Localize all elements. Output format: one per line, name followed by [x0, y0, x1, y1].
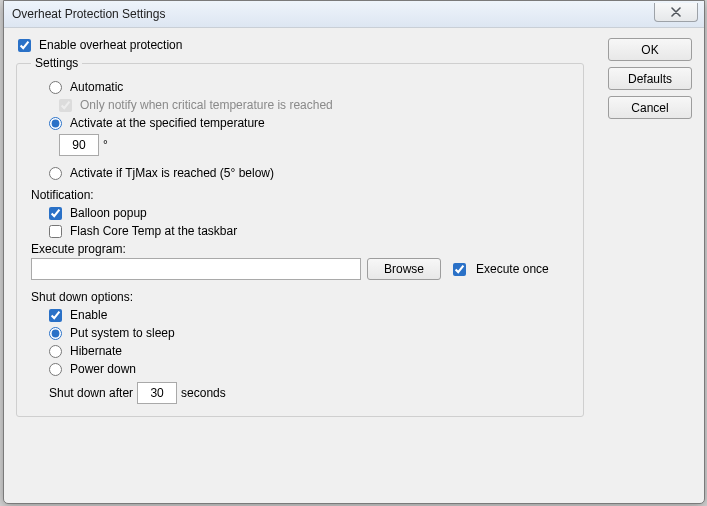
execute-path-input[interactable]: [31, 258, 361, 280]
sleep-row: Put system to sleep: [31, 326, 573, 340]
settings-legend: Settings: [31, 56, 82, 70]
only-notify-label: Only notify when critical temperature is…: [80, 98, 333, 112]
at-temp-row: Activate at the specified temperature: [31, 116, 573, 130]
client-area: OK Defaults Cancel Enable overheat prote…: [4, 28, 704, 503]
enable-label: Enable overheat protection: [39, 38, 182, 52]
powerdown-radio[interactable]: [49, 363, 62, 376]
powerdown-label: Power down: [70, 362, 136, 376]
only-notify-row: Only notify when critical temperature is…: [31, 98, 573, 112]
defaults-button[interactable]: Defaults: [608, 67, 692, 90]
degree-symbol: °: [103, 138, 108, 152]
shutdown-enable-label: Enable: [70, 308, 107, 322]
temperature-input-row: °: [31, 134, 573, 156]
automatic-label: Automatic: [70, 80, 123, 94]
automatic-radio[interactable]: [49, 81, 62, 94]
close-button[interactable]: [654, 3, 698, 22]
shutdown-after-input[interactable]: [137, 382, 177, 404]
execute-row: Browse Execute once: [31, 258, 573, 280]
hibernate-radio[interactable]: [49, 345, 62, 358]
tjmax-radio[interactable]: [49, 167, 62, 180]
powerdown-row: Power down: [31, 362, 573, 376]
balloon-label: Balloon popup: [70, 206, 147, 220]
only-notify-checkbox: [59, 99, 72, 112]
balloon-row: Balloon popup: [31, 206, 573, 220]
enable-row: Enable overheat protection: [18, 38, 692, 52]
flash-label: Flash Core Temp at the taskbar: [70, 224, 237, 238]
at-temperature-radio[interactable]: [49, 117, 62, 130]
browse-button[interactable]: Browse: [367, 258, 441, 280]
temperature-input[interactable]: [59, 134, 99, 156]
shutdown-after-unit: seconds: [181, 386, 226, 400]
enable-checkbox[interactable]: [18, 39, 31, 52]
execute-once-label: Execute once: [476, 262, 549, 276]
close-icon: [670, 7, 682, 17]
sleep-radio[interactable]: [49, 327, 62, 340]
titlebar: Overheat Protection Settings: [4, 1, 704, 28]
cancel-button[interactable]: Cancel: [608, 96, 692, 119]
notification-heading: Notification:: [31, 188, 573, 202]
balloon-checkbox[interactable]: [49, 207, 62, 220]
sleep-label: Put system to sleep: [70, 326, 175, 340]
hibernate-label: Hibernate: [70, 344, 122, 358]
shutdown-after-label: Shut down after: [49, 386, 133, 400]
shutdown-heading: Shut down options:: [31, 290, 573, 304]
ok-button[interactable]: OK: [608, 38, 692, 61]
dialog-window: Overheat Protection Settings OK Defaults…: [3, 0, 705, 504]
at-temperature-label: Activate at the specified temperature: [70, 116, 265, 130]
tjmax-row: Activate if TjMax is reached (5° below): [31, 166, 573, 180]
execute-once-checkbox[interactable]: [453, 263, 466, 276]
window-title: Overheat Protection Settings: [12, 7, 165, 21]
hibernate-row: Hibernate: [31, 344, 573, 358]
execute-heading: Execute program:: [31, 242, 573, 256]
automatic-row: Automatic: [31, 80, 573, 94]
settings-group: Settings Automatic Only notify when crit…: [16, 56, 584, 417]
flash-checkbox[interactable]: [49, 225, 62, 238]
dialog-buttons: OK Defaults Cancel: [608, 38, 692, 119]
shutdown-after-row: Shut down after seconds: [31, 382, 573, 404]
tjmax-label: Activate if TjMax is reached (5° below): [70, 166, 274, 180]
shutdown-enable-checkbox[interactable]: [49, 309, 62, 322]
flash-row: Flash Core Temp at the taskbar: [31, 224, 573, 238]
shutdown-enable-row: Enable: [31, 308, 573, 322]
